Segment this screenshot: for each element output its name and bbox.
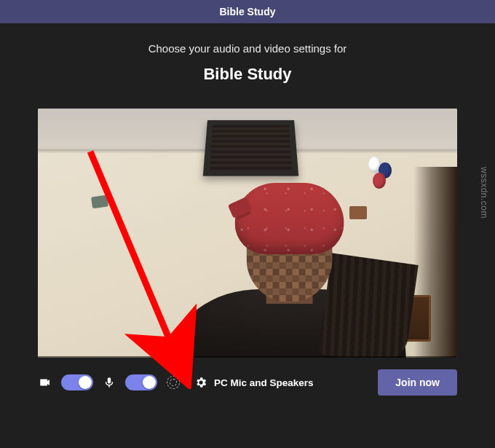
camera-toggle[interactable]	[61, 374, 93, 390]
mic-icon	[102, 375, 116, 390]
prejoin-controls: PC Mic and Speakers Join now	[38, 369, 457, 396]
background-blur-icon[interactable]	[166, 375, 181, 390]
device-label: PC Mic and Speakers	[214, 377, 314, 388]
watermark: wssxdn.com	[479, 167, 489, 219]
camera-icon	[38, 375, 52, 390]
prejoin-heading: Choose your audio and video settings for	[0, 42, 495, 55]
gear-icon	[194, 375, 208, 390]
window-title: Bible Study	[219, 6, 275, 17]
device-settings-button[interactable]: PC Mic and Speakers	[194, 375, 314, 390]
participant-self-view	[173, 165, 406, 358]
join-now-button[interactable]: Join now	[378, 369, 457, 396]
camera-preview	[38, 109, 457, 358]
mic-toggle[interactable]	[125, 374, 157, 390]
window-titlebar: Bible Study	[0, 0, 495, 23]
meeting-name: Bible Study	[0, 65, 495, 84]
